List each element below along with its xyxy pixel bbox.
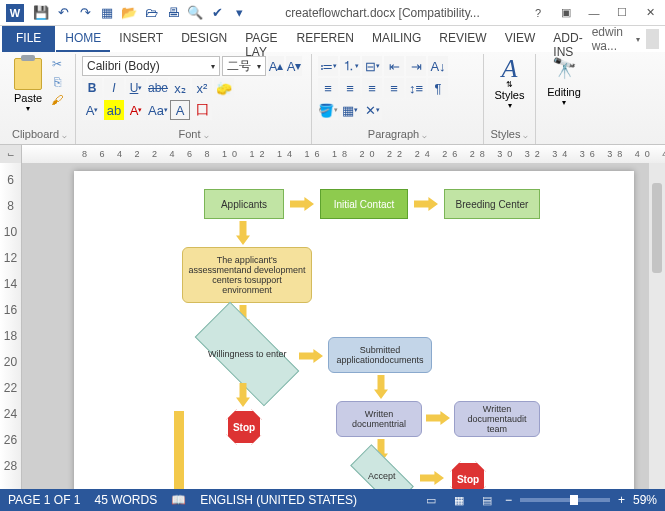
align-left-icon[interactable]: ≡ — [318, 78, 338, 98]
arrow-icon — [290, 197, 314, 211]
tab-review[interactable]: REVIEW — [430, 26, 495, 52]
tab-pagelayout[interactable]: PAGE LAY — [236, 26, 287, 52]
maximize-icon[interactable]: ☐ — [609, 4, 635, 22]
proofing-icon[interactable]: 📖 — [171, 493, 186, 507]
shape-assess[interactable]: The applicant's assessmentand developmen… — [182, 247, 312, 303]
shape-stop-2[interactable]: Stop — [450, 461, 486, 489]
superscript-icon[interactable]: x² — [192, 78, 212, 98]
web-layout-icon[interactable]: ▤ — [477, 493, 497, 507]
ribbon: Paste ▾ ✂ ⎘ 🖌 Clipboard Calibri (Body)▾ … — [0, 52, 665, 145]
group-styles: A ⇅ Styles ▾ Styles — [484, 54, 536, 144]
show-marks-icon[interactable]: ¶ — [428, 78, 448, 98]
minimize-icon[interactable]: — — [581, 4, 607, 22]
tab-insert[interactable]: INSERT — [110, 26, 172, 52]
save-icon[interactable]: 💾 — [32, 4, 50, 22]
borders-icon[interactable]: ▦▾ — [340, 100, 360, 120]
shape-initial[interactable]: Initial Contact — [320, 189, 408, 219]
tab-home[interactable]: HOME — [56, 26, 110, 52]
arrow-icon — [236, 221, 250, 245]
ruler-corner[interactable]: ⌙ — [0, 145, 22, 163]
dec-indent-icon[interactable]: ⇤ — [384, 56, 404, 76]
zoom-out-icon[interactable]: − — [505, 493, 512, 507]
subscript-icon[interactable]: x₂ — [170, 78, 190, 98]
status-words[interactable]: 45 WORDS — [94, 493, 157, 507]
justify-icon[interactable]: ≡ — [384, 78, 404, 98]
print-icon[interactable]: 🖶 — [164, 4, 182, 22]
tab-design[interactable]: DESIGN — [172, 26, 236, 52]
bullets-icon[interactable]: ≔▾ — [318, 56, 338, 76]
text-effects-icon[interactable]: A▾ — [82, 100, 102, 120]
help-icon[interactable]: ? — [525, 4, 551, 22]
line-spacing-icon[interactable]: ↕≡ — [406, 78, 426, 98]
strike-icon[interactable]: abe — [148, 78, 168, 98]
italic-icon[interactable]: I — [104, 78, 124, 98]
open2-icon[interactable]: 🗁 — [142, 4, 160, 22]
zoom-slider[interactable] — [520, 498, 610, 502]
multilevel-icon[interactable]: ⊟▾ — [362, 56, 382, 76]
user-area[interactable]: edwin wa... ▾ — [592, 26, 665, 52]
arrow-icon — [414, 197, 438, 211]
read-mode-icon[interactable]: ▭ — [421, 493, 441, 507]
tab-addins[interactable]: ADD-INS — [544, 26, 591, 52]
ruler-vertical[interactable]: 6810121416182022242628 — [0, 163, 22, 489]
align-center-icon[interactable]: ≡ — [340, 78, 360, 98]
word-icon: W — [6, 4, 24, 22]
zoom-level[interactable]: 59% — [633, 493, 657, 507]
status-lang[interactable]: ENGLISH (UNITED STATES) — [200, 493, 357, 507]
bold-icon[interactable]: B — [82, 78, 102, 98]
clear-format-icon[interactable]: 🧽 — [214, 78, 234, 98]
arrow-icon — [420, 471, 444, 485]
font-name-combo[interactable]: Calibri (Body)▾ — [82, 56, 220, 76]
inc-indent-icon[interactable]: ⇥ — [406, 56, 426, 76]
document-canvas[interactable]: Applicants Initial Contact Breeding Cent… — [22, 163, 665, 489]
close-icon[interactable]: ✕ — [637, 4, 663, 22]
font-size-combo[interactable]: 二号▾ — [222, 56, 266, 76]
grow-font-icon[interactable]: A▴ — [268, 56, 284, 76]
avatar[interactable] — [646, 29, 659, 49]
editing-button[interactable]: 🔭 Editing ▾ — [542, 56, 586, 107]
spelling-icon[interactable]: ✔ — [208, 4, 226, 22]
tab-references[interactable]: REFEREN — [288, 26, 363, 52]
shape-willing[interactable]: Willingness to enter — [195, 302, 300, 407]
user-dropdown-icon[interactable]: ▾ — [636, 35, 640, 44]
group-editing: 🔭 Editing ▾ . — [536, 54, 592, 144]
new-icon[interactable]: ▦ — [98, 4, 116, 22]
styles-button[interactable]: A ⇅ Styles ▾ — [490, 56, 529, 110]
sort-icon[interactable]: A↓ — [428, 56, 448, 76]
shape-written-audit[interactable]: Written documentaudit team — [454, 401, 540, 437]
shape-submitted[interactable]: Submitted applicationdocuments — [328, 337, 432, 373]
font-color-icon[interactable]: A▾ — [126, 100, 146, 120]
open-icon[interactable]: 📂 — [120, 4, 138, 22]
cut-icon[interactable]: ✂ — [48, 56, 66, 72]
tab-mailing[interactable]: MAILING — [363, 26, 430, 52]
undo-icon[interactable]: ↶ — [54, 4, 72, 22]
print-layout-icon[interactable]: ▦ — [449, 493, 469, 507]
paste-button[interactable]: Paste ▾ — [10, 56, 46, 116]
preview-icon[interactable]: 🔍 — [186, 4, 204, 22]
status-page[interactable]: PAGE 1 OF 1 — [8, 493, 80, 507]
change-case-icon[interactable]: Aa▾ — [148, 100, 168, 120]
ribbon-opts-icon[interactable]: ▣ — [553, 4, 579, 22]
align-right-icon[interactable]: ≡ — [362, 78, 382, 98]
format-painter-icon[interactable]: 🖌 — [48, 92, 66, 108]
shape-written-trial[interactable]: Written documenttrial — [336, 401, 422, 437]
shrink-font-icon[interactable]: A▾ — [286, 56, 302, 76]
numbering-icon[interactable]: ⒈▾ — [340, 56, 360, 76]
highlight-icon[interactable]: ab — [104, 100, 124, 120]
underline-icon[interactable]: U▾ — [126, 78, 146, 98]
ruler-h-scale[interactable]: 8 6 4 2 2 4 6 8 10 12 14 16 18 20 22 24 … — [22, 145, 665, 163]
shape-breeding[interactable]: Breeding Center — [444, 189, 540, 219]
qat-dropdown-icon[interactable]: ▾ — [230, 4, 248, 22]
copy-icon[interactable]: ⎘ — [48, 74, 66, 90]
phonetic-icon[interactable]: 囗 — [192, 100, 212, 120]
tab-view[interactable]: VIEW — [496, 26, 545, 52]
redo-icon[interactable]: ↷ — [76, 4, 94, 22]
scrollbar-vertical[interactable] — [649, 163, 665, 489]
styles-btn-label: Styles — [495, 89, 525, 101]
shading-icon[interactable]: 🪣▾ — [318, 100, 338, 120]
asian-layout-icon[interactable]: ✕▾ — [362, 100, 382, 120]
shape-applicants[interactable]: Applicants — [204, 189, 284, 219]
tab-file[interactable]: FILE — [2, 26, 55, 52]
zoom-in-icon[interactable]: + — [618, 493, 625, 507]
char-border-icon[interactable]: A — [170, 100, 190, 120]
